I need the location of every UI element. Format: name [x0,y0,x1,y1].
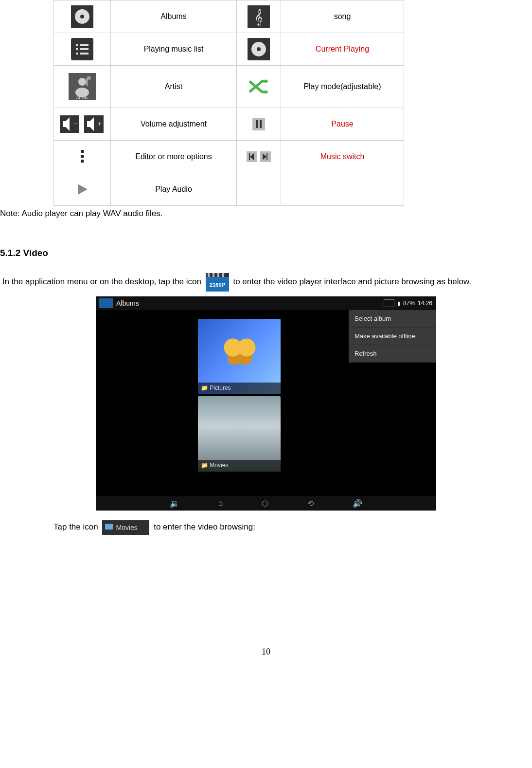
row5-icon-right [237,173,281,206]
row2-label-right: Play mode(adjustable) [281,66,404,108]
screenshot-title: Albums [116,299,139,307]
vol-down-icon[interactable]: 🔉 [170,499,179,508]
svg-rect-6 [76,44,78,46]
row3-label-left: Volume adjustment [111,108,237,141]
svg-rect-31 [260,120,262,128]
row5-label-left: Play Audio [111,173,237,206]
svg-text:−: − [73,120,77,128]
note-text: Note: Audio player can play WAV audio fi… [0,209,532,219]
video-intro-paragraph: In the application menu or on the deskto… [0,273,532,292]
menu-refresh[interactable]: Refresh [349,345,436,363]
gallery-app-icon [99,298,113,308]
row1-icon-left [54,33,111,66]
movies-folder-icon: Movies [102,520,149,535]
row2-icon-left: Artists [54,66,111,108]
pictures-folder-thumb[interactable]: 📁 Pictures [198,319,281,394]
svg-marker-22 [265,90,269,94]
svg-rect-38 [249,153,250,160]
menu-select-album[interactable]: Select album [349,310,436,328]
row5-icon-left [54,173,111,206]
row1-label-right: Current Playing [281,33,404,66]
svg-rect-44 [208,273,210,277]
svg-rect-8 [76,48,78,50]
svg-text:𝄞: 𝄞 [254,9,263,26]
video-app-icon: 2160P [206,273,229,292]
row0-icon-left [54,0,111,33]
row4-icon-left [54,141,111,173]
tap-instruction: Tap the icon Movies to enter the video b… [53,520,532,535]
para1-b: to enter the video player interface and … [233,277,471,286]
row4-icon-right [237,141,281,173]
row4-label-right: Music switch [281,141,404,173]
home-icon[interactable]: ⬡ [262,499,268,508]
context-menu: Select album Make available offline Refr… [349,310,436,363]
svg-rect-35 [81,160,84,163]
screenshot-topbar: Albums ▮ 87% 14:26 [96,296,436,310]
row0-icon-right: 𝄞 [237,0,281,33]
back-icon[interactable]: ⌂ [218,499,223,508]
camera-icon [384,299,394,307]
android-navbar: 🔉 ⌂ ⬡ ⟲ 🔊 [96,496,436,511]
svg-rect-10 [76,53,78,55]
section-heading: 5.1.2 Video [0,248,532,258]
clock-time: 14:26 [418,300,432,307]
svg-marker-42 [78,184,88,195]
svg-rect-47 [222,273,224,277]
row1-icon-right [237,33,281,66]
svg-rect-29 [252,118,265,130]
svg-rect-41 [266,153,267,160]
albums-screenshot: Albums ▮ 87% 14:26 📁 Pictures 📁 Movies S… [96,296,436,511]
svg-rect-33 [81,150,84,153]
svg-point-2 [80,15,84,18]
row3-icon-right [237,108,281,141]
page-number: 10 [0,647,532,657]
movies-folder-thumb[interactable]: 📁 Movies [198,396,281,472]
row3-label-right: Pause [281,108,404,141]
vol-up-icon[interactable]: 🔊 [353,499,362,508]
recent-icon[interactable]: ⟲ [307,499,314,508]
svg-point-14 [257,47,261,51]
tap-b: to enter the video browsing: [154,522,255,531]
svg-rect-9 [80,48,89,50]
row2-icon-right [237,66,281,108]
svg-rect-45 [213,273,214,277]
svg-point-19 [87,76,91,80]
row0-label-left: Albums [111,0,237,33]
folder2-label: Movies [210,462,228,469]
svg-text:2160P: 2160P [210,282,225,288]
row3-icon-left: −+ [54,108,111,141]
row1-label-left: Playing music list [111,33,237,66]
battery-pct: 87% [403,300,415,307]
row4-label-left: Editor or more options [111,141,237,173]
svg-text:+: + [98,120,102,128]
svg-rect-7 [80,44,89,46]
svg-point-16 [78,78,86,86]
svg-rect-30 [256,120,258,128]
row0-label-right: song [281,0,404,33]
svg-rect-11 [80,53,89,55]
svg-rect-34 [81,155,84,158]
row2-label-left: Artist [111,66,237,108]
menu-make-offline[interactable]: Make available offline [349,328,436,345]
tap-a: Tap the icon [53,522,98,531]
para1-a: In the application menu or on the deskto… [2,277,201,286]
svg-rect-46 [217,273,219,277]
folder1-label: Pictures [210,384,231,391]
row5-label-right [281,173,404,206]
icon-legend-table: Albums𝄞songPlaying music listCurrent Pla… [53,0,404,206]
svg-text:Artists: Artists [76,95,89,100]
svg-marker-21 [265,79,269,83]
